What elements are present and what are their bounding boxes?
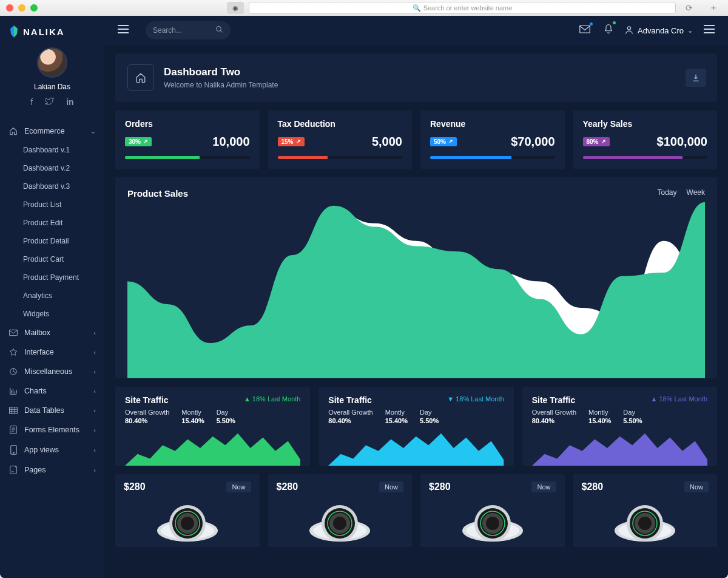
browser-address-bar[interactable]: 🔍 Search or enter website name — [249, 2, 676, 14]
metric-value: 5.50% — [420, 417, 439, 424]
sidebar-item[interactable]: Interface‹ — [0, 342, 104, 362]
stats-row: Orders30% ↗10,000Tax Deduction15% ↗5,000… — [115, 110, 717, 169]
sidebar-subitem[interactable]: Product List — [0, 195, 104, 214]
sidebar-item[interactable]: Pages‹ — [0, 460, 104, 480]
nav-label: Interface — [24, 348, 54, 356]
home-icon — [127, 64, 154, 91]
tab-today[interactable]: Today — [658, 188, 677, 199]
product-card: $280Now — [573, 474, 718, 547]
metric-value: 80.40% — [125, 417, 169, 424]
sidebar-subitem[interactable]: Product Cart — [0, 250, 104, 268]
sidebar-subitem[interactable]: Dashboard v.2 — [0, 159, 104, 177]
notification-dot — [590, 22, 593, 25]
chevron-left-icon: ‹ — [93, 407, 96, 414]
download-button[interactable] — [686, 69, 706, 87]
product-price: $280 — [124, 481, 146, 492]
metric-value: 80.40% — [532, 417, 576, 424]
sidebar-item[interactable]: Mailbox‹ — [0, 323, 104, 342]
search-input[interactable]: Search... — [146, 21, 231, 39]
buy-now-button[interactable]: Now — [684, 481, 709, 492]
facebook-icon[interactable]: f — [30, 97, 33, 107]
page-subtitle: Welcome to Nalika Admin Template — [164, 81, 278, 89]
logo-mark-icon — [8, 25, 19, 38]
twitter-icon[interactable] — [45, 97, 54, 107]
progress-bar — [430, 156, 555, 159]
metric-value: 5.50% — [217, 417, 235, 424]
nav-label: Data Tables — [24, 406, 64, 415]
stat-title: Yearly Sales — [583, 119, 708, 129]
mail-icon[interactable] — [577, 22, 593, 38]
sidebar-item[interactable]: Forms Elements‹ — [0, 420, 104, 440]
sidebar-item[interactable]: Miscellaneous‹ — [0, 362, 104, 381]
menu-toggle-icon[interactable] — [118, 25, 129, 36]
product-price: $280 — [582, 481, 604, 492]
sidebar-subitem[interactable]: Product Detail — [0, 232, 104, 250]
buy-now-button[interactable]: Now — [531, 481, 556, 492]
product-card: $280Now — [115, 474, 260, 547]
sidebar-subitem[interactable]: Analytics — [0, 287, 104, 305]
page-header: Dashboard Two Welcome to Nalika Admin Te… — [115, 53, 717, 102]
sidebar-item[interactable]: Data Tables‹ — [0, 401, 104, 420]
chevron-left-icon: ‹ — [93, 387, 96, 395]
metric-label: Overall Growth — [125, 409, 169, 416]
traffic-title: Site Traffic — [125, 395, 169, 405]
stat-value: 10,000 — [212, 135, 249, 149]
search-icon — [215, 25, 223, 35]
settings-menu-icon[interactable] — [701, 22, 717, 38]
metric-label: Day — [217, 409, 235, 416]
traffic-change: ▲ 18% Last Month — [244, 395, 300, 403]
shield-icon[interactable]: ◉ — [227, 2, 244, 14]
search-placeholder: Search... — [153, 26, 182, 35]
stat-value: $100,000 — [657, 135, 707, 149]
user-menu[interactable]: Advanda Cro ⌄ — [624, 25, 693, 36]
product-sales-chart: Product Sales Today Week — [115, 177, 717, 378]
stat-card: Tax Deduction15% ↗5,000 — [268, 110, 413, 169]
sidebar-subitem[interactable]: Dashboard v.1 — [0, 141, 104, 159]
product-image — [582, 497, 709, 546]
maximize-window-icon[interactable] — [30, 4, 38, 12]
tab-week[interactable]: Week — [687, 188, 705, 199]
svg-point-13 — [172, 508, 203, 539]
minimize-window-icon[interactable] — [18, 4, 25, 12]
sidebar-subitem[interactable]: Dashboard v.3 — [0, 177, 104, 195]
metric-label: Day — [623, 409, 642, 416]
sidebar-subitem[interactable]: Product Edit — [0, 214, 104, 232]
nav-icon — [8, 367, 18, 376]
progress-bar — [125, 156, 250, 159]
metric-value: 80.40% — [328, 417, 372, 424]
chart-title: Product Sales — [127, 188, 188, 199]
user-name: Advanda Cro — [638, 26, 684, 35]
sidebar-item[interactable]: App views‹ — [0, 440, 104, 460]
chevron-left-icon: ‹ — [93, 446, 96, 454]
user-icon — [624, 25, 634, 36]
new-tab-icon[interactable]: ＋ — [705, 2, 722, 14]
reload-icon[interactable]: ⟳ — [681, 2, 698, 14]
stat-title: Revenue — [430, 119, 555, 129]
sidebar: NALIKA Lakian Das f in Eco — [0, 16, 104, 578]
products-row: $280Now$280Now$280Now$280Now — [115, 474, 717, 547]
chevron-left-icon: ‹ — [93, 466, 96, 474]
close-window-icon[interactable] — [6, 4, 13, 12]
nav-ecommerce[interactable]: Ecommerce ⌄ — [0, 121, 104, 141]
area-chart-canvas — [127, 202, 705, 378]
nav-icon — [8, 426, 18, 434]
sidebar-item[interactable]: Charts‹ — [0, 381, 104, 401]
svg-point-19 — [325, 508, 355, 539]
brand-logo[interactable]: NALIKA — [0, 19, 104, 38]
sidebar-subitem[interactable]: Widgets — [0, 305, 104, 323]
metric-label: Overall Growth — [328, 409, 372, 416]
buy-now-button[interactable]: Now — [379, 481, 403, 492]
linkedin-icon[interactable]: in — [66, 97, 73, 107]
user-avatar[interactable] — [37, 47, 67, 78]
nav-icon — [8, 387, 18, 395]
bell-icon[interactable] — [601, 21, 616, 39]
topbar: Search... Adv — [104, 16, 728, 45]
metric-value: 15.40% — [588, 417, 611, 424]
buy-now-button[interactable]: Now — [226, 481, 251, 492]
nav-ecommerce-submenu: Dashboard v.1Dashboard v.2Dashboard v.3P… — [0, 141, 104, 323]
stat-value: $70,000 — [511, 135, 554, 149]
svg-point-7 — [217, 27, 221, 32]
traffic-card: Site Traffic▲ 18% Last MonthOverall Grow… — [522, 387, 717, 466]
product-image — [277, 497, 404, 546]
sidebar-subitem[interactable]: Product Payment — [0, 268, 104, 287]
